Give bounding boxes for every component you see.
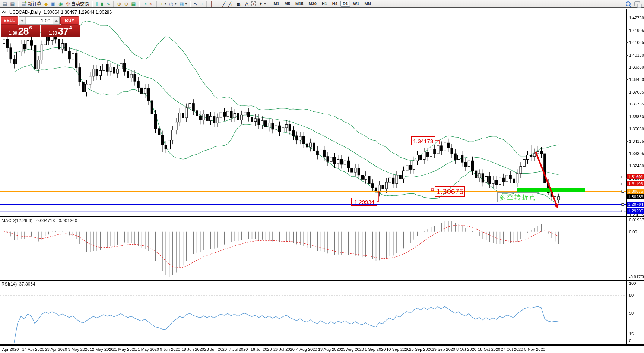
new-order-button-label: 新订单 [28,1,41,7]
date-tick: 1 Sep 2020 [365,347,386,352]
price-tick: 1.36755 [629,102,644,106]
date-tick: 10 Sep 2020 [386,347,409,352]
buy-button[interactable]: BUY [60,16,79,25]
search-icon[interactable] [626,1,631,6]
new-order-button[interactable]: ▤+新订单 [20,0,43,8]
signal-icon[interactable]: ◉ [57,0,64,8]
price-tick: 1.35030 [629,127,644,131]
fibonacci-icon[interactable]: ≣F [235,0,244,8]
toolbar-separator [206,1,207,7]
chevron-down-icon: ▾ [165,2,166,6]
date-tick: 8 Oct 2020 [456,347,476,352]
templates-icon[interactable]: ▧▾ [178,0,188,8]
buy-price-display[interactable]: 1.30 37 4 [41,25,80,37]
date-tick: 26 Jul 2020 [273,347,295,352]
date-tick: 13 Aug 2020 [318,347,341,352]
candlestick-icon[interactable]: ▮ [99,0,105,8]
chart-symbol-icon [1,10,7,15]
auto-trading-button[interactable]: ⚙自动交易 [64,0,91,8]
horizontal-line-icon[interactable]: ─ [215,0,221,8]
chat-icon[interactable] [634,1,640,6]
trade-controls-row: SELL BUY [1,16,80,25]
timeframe-d1[interactable]: D1 [340,1,350,7]
sell-button[interactable]: SELL [1,16,18,25]
text-label-icon[interactable]: T [250,0,257,8]
price-tick: 1.33305 [629,151,644,156]
periods-icon: ◷ [169,0,173,7]
date-tick: 9 Jun 2020 [160,347,180,352]
rsi-tick: 0 [629,338,631,343]
zoom-out-icon[interactable]: ⊖ [123,0,130,8]
zoom-out-icon: ⊖ [124,0,128,7]
timeframe-h1[interactable]: H1 [320,1,329,7]
timeframe-m1[interactable]: M1 [271,1,281,7]
chart-shift-icon[interactable]: ⇤ [148,0,155,8]
indicators-icon[interactable]: +▾ [159,0,168,8]
text-icon[interactable]: A [244,0,250,8]
date-tick: 14 Apr 2020 [22,347,44,352]
volume-up-button[interactable] [53,17,59,24]
sell-price-display[interactable]: 1.30 28 6 [1,25,40,37]
timeframe-w1[interactable]: W1 [351,1,362,7]
chevron-down-icon: ▾ [175,2,176,6]
price-tick: 1.41055 [629,40,644,45]
timeframe-h4[interactable]: H4 [330,1,340,7]
pivot-line-orange-badge: 1.30675 [627,189,644,194]
rsi-tick: 15 [629,332,634,336]
support-line-2-badge: 1.29295 [627,208,644,214]
tile-windows-icon[interactable]: ▦ [130,0,137,8]
resistance-line-1-badge: 1.31691 [627,174,644,179]
chart-shift-icon: ⇤ [149,0,153,7]
zoom-in-icon: ⊕ [117,0,121,7]
periods-icon[interactable]: ◷▾ [168,0,178,8]
macd-name: MACD(12,26,9) [1,218,32,223]
price-tick: 1.37605 [629,90,644,94]
line-chart-icon[interactable]: ∿ [105,0,112,8]
toolbar-separator [269,1,269,7]
market-watch-icon[interactable]: ◆ [43,0,50,8]
timeframe-mn[interactable]: MN [362,1,373,7]
charts-window-icon[interactable]: ▤ [1,0,9,8]
support-line-1-badge: 1.29764 [627,202,644,207]
buy-price-big: 37 [58,26,69,36]
fibonacci-icon-letter: F [240,3,242,7]
volume-down-icon [21,20,24,22]
price-tick: 1.34155 [629,139,644,144]
one-click-trading-widget: SELL BUY 1.30 28 6 1.30 37 4 [1,16,80,37]
macd-axis-zero: 0.00 [629,230,637,234]
timeframe-m5[interactable]: M5 [282,1,292,7]
zoom-in-icon[interactable]: ⊕ [115,0,123,8]
date-tick: 21 May 2020 [112,347,136,352]
sell-price-main: 1.30 [9,30,17,36]
date-tick: 23 Aug 2020 [341,347,364,352]
arrows-icon[interactable]: ✦▾ [257,0,267,8]
cursor-icon[interactable]: ↖ [192,0,199,8]
bid-price-line-badge: 1.30286 [627,194,644,199]
bar-chart-icon[interactable]: ‖ [94,0,99,8]
rsi-tick: 100 [629,281,636,286]
channel-icon[interactable]: ╱E [227,0,235,8]
data-window-icon: ▣ [51,0,55,7]
macd-label: MACD(12,26,9)-0.004713-0.001360 [1,218,79,223]
crosshair-icon[interactable]: + [199,0,205,8]
date-tick: 5 Nov 2020 [524,347,545,352]
rsi-tick: 80 [629,293,634,297]
volume-input[interactable] [26,17,53,24]
auto-scroll-icon[interactable]: ⇥ [141,0,148,8]
data-window-icon[interactable]: ▣ [50,0,57,8]
vertical-line-icon[interactable]: │ [209,0,215,8]
annotation-low-price[interactable]: 1.29934 [351,198,377,206]
trendline-icon[interactable]: ╱ [221,0,227,8]
annotation-pivot-price[interactable]: 1.30675 [435,186,465,197]
volume-down-button[interactable] [19,17,26,24]
date-tick: 12 May 2020 [90,347,114,352]
down-trend-arrow[interactable] [532,149,562,213]
auto-scroll-icon: ⇥ [143,0,147,7]
timeframe-m15[interactable]: M15 [293,1,305,7]
price-tick: 1.39330 [629,65,644,69]
chart-profile-icon[interactable]: ▦ [9,0,16,8]
annotation-high-price[interactable]: 1.34173 [411,136,435,145]
price-tick: 1.40180 [629,53,644,57]
symbol-name: USDCAD-,Daily [9,10,41,15]
timeframe-m30[interactable]: M30 [306,1,318,7]
